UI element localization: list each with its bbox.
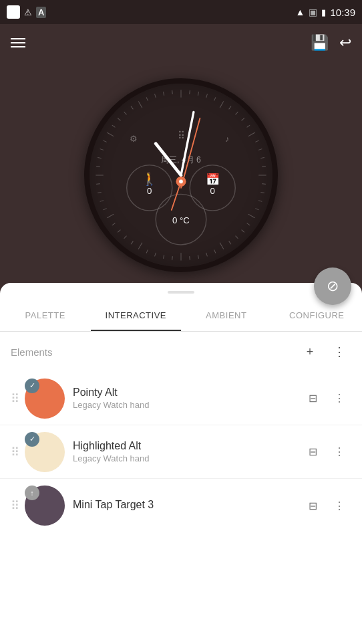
- item-info-1: Pointy Alt Legacy Watch hand: [73, 387, 301, 410]
- svg-line-30: [236, 236, 238, 239]
- tab-palette[interactable]: PALETTE: [0, 299, 91, 331]
- app-bar-actions: 💾 ↩: [311, 34, 351, 51]
- svg-line-14: [206, 94, 208, 98]
- drag-handle[interactable]: ⠿: [11, 391, 19, 406]
- svg-line-25: [260, 192, 264, 193]
- drag-handle[interactable]: ⠿: [11, 498, 19, 513]
- svg-line-4: [248, 214, 255, 218]
- status-time: 10:39: [330, 7, 355, 18]
- svg-line-58: [163, 92, 164, 96]
- item-settings-button[interactable]: ⊟: [301, 494, 325, 518]
- elements-header: Elements + ⋮: [0, 332, 362, 372]
- svg-text:📅: 📅: [206, 173, 220, 187]
- svg-line-13: [198, 92, 198, 96]
- svg-line-32: [214, 249, 216, 253]
- tabs: PALETTE INTERACTIVE AMBIENT CONFIGURE: [0, 299, 362, 332]
- svg-line-27: [255, 209, 258, 210]
- watch-svg: ⚙ ⠿ ♪ 周三, 4月 6 🚶 0 📅 0 0 °C: [89, 84, 273, 267]
- bottom-sheet: PALETTE INTERACTIVE AMBIENT CONFIGURE El…: [0, 283, 362, 644]
- tab-configure[interactable]: CONFIGURE: [272, 299, 363, 331]
- svg-line-10: [108, 132, 114, 136]
- svg-line-29: [242, 230, 244, 233]
- app-bar: 💾 ↩: [0, 24, 362, 62]
- svg-line-50: [100, 149, 104, 150]
- svg-text:🚶: 🚶: [142, 171, 158, 187]
- drag-handle[interactable]: ⠿: [11, 445, 19, 459]
- svg-line-22: [260, 157, 264, 158]
- svg-line-37: [163, 255, 164, 259]
- svg-line-1: [220, 102, 224, 108]
- status-bar-right: ▲ ▣ ▮ 10:39: [296, 7, 355, 18]
- battery-icon: ▮: [321, 7, 326, 17]
- hamburger-menu-button[interactable]: [11, 38, 25, 47]
- svg-line-43: [112, 223, 116, 225]
- warning-icon: ⚠: [24, 7, 32, 17]
- svg-line-26: [258, 201, 262, 202]
- svg-point-77: [179, 180, 183, 184]
- svg-line-42: [118, 230, 120, 233]
- item-info-3: Mini Tap Target 3: [73, 499, 301, 512]
- app-icon-1: [7, 5, 20, 19]
- svg-line-44: [103, 209, 106, 210]
- elements-title: Elements: [11, 346, 53, 358]
- item-settings-button[interactable]: ⊟: [301, 440, 325, 464]
- item-more-button[interactable]: ⋮: [327, 440, 351, 464]
- sheet-handle: [168, 291, 194, 294]
- svg-line-19: [247, 125, 250, 127]
- svg-line-51: [103, 140, 106, 142]
- svg-line-56: [146, 97, 148, 100]
- svg-line-36: [172, 256, 173, 260]
- svg-line-11: [138, 102, 142, 108]
- svg-text:⚙: ⚙: [130, 134, 138, 144]
- more-options-button[interactable]: ⋮: [327, 340, 351, 364]
- svg-text:⠿: ⠿: [178, 130, 185, 141]
- wifi-icon: ▲: [296, 7, 305, 17]
- item-avatar-2: ✓: [25, 432, 65, 472]
- svg-line-24: [262, 184, 266, 185]
- tab-interactive[interactable]: INTERACTIVE: [91, 299, 182, 331]
- add-element-button[interactable]: +: [298, 340, 322, 364]
- item-settings-button[interactable]: ⊟: [301, 387, 325, 411]
- svg-line-45: [100, 201, 104, 202]
- svg-line-18: [242, 118, 244, 121]
- save-button[interactable]: 💾: [311, 34, 329, 51]
- svg-line-34: [198, 255, 198, 259]
- visibility-off-icon: ⊘: [327, 278, 339, 295]
- svg-line-21: [258, 149, 262, 150]
- list-item: ⠿ ✓ Pointy Alt Legacy Watch hand ⊟ ⋮: [0, 372, 362, 425]
- svg-line-59: [172, 90, 173, 94]
- svg-line-38: [155, 253, 156, 256]
- tab-ambient[interactable]: AMBIENT: [181, 299, 272, 331]
- svg-line-7: [138, 243, 142, 249]
- item-avatar-1: ✓: [25, 379, 65, 419]
- check-badge: ✓: [25, 432, 39, 447]
- svg-line-15: [214, 97, 216, 100]
- svg-line-2: [248, 132, 255, 136]
- svg-line-47: [96, 184, 100, 185]
- item-subtitle: Legacy Watch hand: [73, 400, 301, 410]
- connect-button[interactable]: ↩: [339, 34, 351, 51]
- svg-line-8: [108, 214, 114, 218]
- svg-line-52: [112, 125, 116, 127]
- item-actions-1: ⊟ ⋮: [301, 387, 351, 411]
- svg-line-35: [190, 256, 190, 260]
- list-item: ⠿ ↑ Mini Tap Target 3 ⊟ ⋮: [0, 479, 362, 532]
- svg-line-49: [98, 157, 102, 158]
- signal-icon: ▣: [309, 7, 317, 17]
- text-icon: A: [36, 7, 46, 18]
- status-bar-left: ⚠ A: [7, 5, 46, 19]
- svg-line-41: [124, 236, 127, 239]
- check-badge: ↑: [25, 486, 39, 500]
- svg-line-40: [131, 241, 133, 245]
- svg-line-33: [206, 253, 208, 256]
- item-info-2: Highlighted Alt Legacy Watch hand: [73, 440, 301, 463]
- item-actions-2: ⊟ ⋮: [301, 440, 351, 464]
- svg-text:0: 0: [210, 186, 215, 196]
- item-actions-3: ⊟ ⋮: [301, 494, 351, 518]
- item-subtitle: Legacy Watch hand: [73, 453, 301, 463]
- item-more-button[interactable]: ⋮: [327, 387, 351, 411]
- visibility-fab[interactable]: ⊘: [314, 267, 351, 305]
- svg-line-23: [262, 167, 266, 167]
- item-more-button[interactable]: ⋮: [327, 494, 351, 518]
- svg-line-16: [229, 106, 231, 110]
